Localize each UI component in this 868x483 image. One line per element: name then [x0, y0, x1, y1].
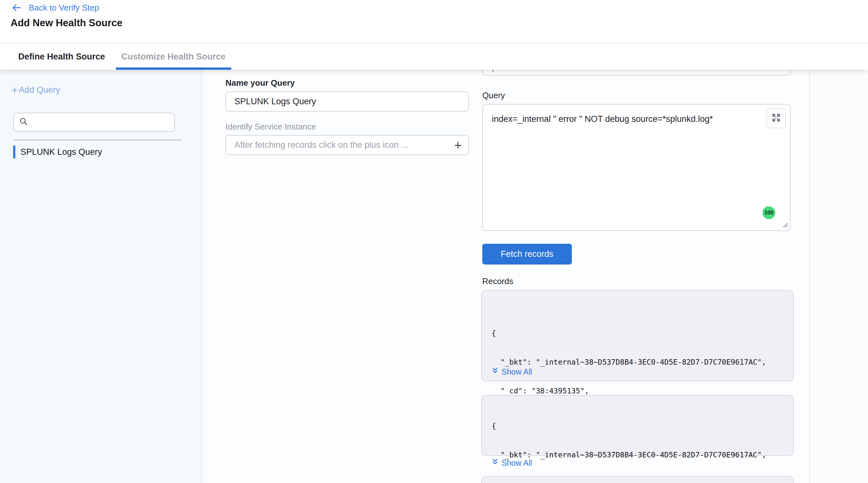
record-json-line: "_bkt": "_internal~38~D537D8B4-3EC0-4D5E… [492, 450, 766, 460]
record-json-line: { [492, 329, 766, 338]
query-item-label: SPLUNK Logs Query [21, 147, 102, 157]
sidebar-divider [13, 140, 181, 141]
query-name-input[interactable] [225, 91, 469, 112]
back-to-verify-link[interactable]: Back to Verify Step [11, 3, 99, 13]
service-instance-input[interactable] [225, 135, 469, 155]
show-all-label: Show All [501, 367, 532, 376]
search-icon [19, 117, 28, 128]
page-header: Back to Verify Step Add New Health Sourc… [0, 0, 868, 43]
fetch-records-button[interactable]: Fetch records [482, 244, 572, 265]
record-count-badge: 100 [763, 206, 775, 219]
record-card: { "_bkt": "_internal~38~D537D8B4-3EC0-4D… [481, 290, 794, 381]
add-query-label: Add Query [19, 85, 60, 95]
record-json: { "_bkt": "_internal~38~D537D8B4-3EC0-4D… [492, 402, 766, 483]
record-card: { "_bkt": "_internal~38~D537D8B4-3EC0-4D… [481, 395, 794, 456]
back-arrow-icon [11, 3, 22, 13]
tab-customize-health-source[interactable]: Customize Health Source [116, 43, 231, 70]
sidebar-item-splunk-logs-query[interactable]: SPLUNK Logs Query [13, 146, 102, 158]
query-textarea[interactable]: index=_internal " error " NOT debug sour… [483, 104, 790, 230]
records-label: Records [482, 276, 513, 286]
add-service-instance-plus-icon[interactable]: + [450, 138, 466, 152]
show-all-link[interactable]: Show All [492, 367, 532, 376]
search-input[interactable] [32, 117, 174, 128]
record-json-line: "_cd": "38:4395135", [492, 386, 766, 396]
resize-handle[interactable] [782, 222, 788, 229]
selected-indicator-bar [13, 146, 16, 158]
query-sidebar: + Add Query SPLUNK Logs Query [0, 70, 202, 483]
page-title: Add New Health Source [10, 17, 123, 29]
expand-query-button[interactable] [766, 109, 786, 128]
plus-icon: + [11, 86, 18, 94]
clipped-text-remnant [493, 70, 494, 72]
tab-bar: Define Health Source Customize Health So… [0, 43, 868, 70]
query-label: Query [482, 91, 505, 100]
right-panel-strip [809, 70, 868, 483]
show-all-link[interactable]: Show All [492, 458, 532, 467]
query-editor: index=_internal " error " NOT debug sour… [482, 104, 790, 231]
query-search-box [13, 113, 175, 132]
tab-define-label: Define Health Source [18, 52, 105, 62]
add-query-button[interactable]: + Add Query [11, 85, 60, 95]
record-json-line: { [492, 421, 766, 431]
tab-customize-label: Customize Health Source [122, 52, 226, 62]
show-all-label: Show All [501, 458, 532, 467]
record-json-line: "_bkt": "_internal~38~D537D8B4-3EC0-4D5E… [492, 357, 766, 367]
active-tab-indicator [116, 67, 231, 70]
clipped-input-above[interactable] [482, 70, 790, 76]
double-chevron-down-icon [492, 458, 499, 467]
back-link-label: Back to Verify Step [29, 3, 99, 13]
tab-define-health-source[interactable]: Define Health Source [12, 43, 111, 70]
double-chevron-down-icon [492, 367, 499, 376]
expand-icon [771, 113, 781, 124]
identify-service-instance-label: Identify Service Instance [225, 122, 316, 132]
name-query-label: Name your Query [225, 78, 295, 88]
record-card-partial [481, 476, 794, 483]
main-content: + Add Query SPLUNK Logs Query Name your … [0, 70, 868, 483]
